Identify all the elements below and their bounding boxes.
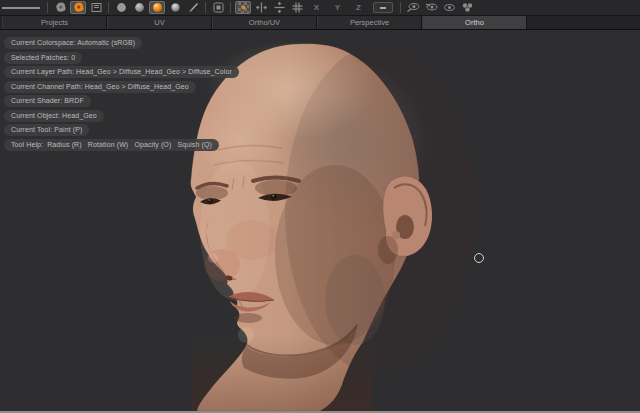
toolbar-separator <box>47 2 48 13</box>
projection-eye-icon-1 <box>406 1 420 14</box>
projection-eye-icon-3 <box>442 1 456 14</box>
basic-lighting-icon <box>133 1 146 14</box>
flat-lighting-button[interactable] <box>113 1 129 14</box>
tab-ortho-uv[interactable]: Ortho/UV <box>212 16 317 29</box>
tab-label: UV <box>154 18 164 27</box>
axis-y-button[interactable]: Y <box>329 1 346 14</box>
projection-eye-button-2[interactable] <box>423 1 439 14</box>
mirror-grid-button[interactable] <box>289 1 305 14</box>
basic-lighting-button[interactable] <box>131 1 147 14</box>
projection-panel-button[interactable] <box>88 1 104 14</box>
mirror-off-icon <box>237 1 250 14</box>
brush-cursor <box>474 253 484 263</box>
hud-shader: Current Shader: BRDF <box>4 95 91 107</box>
toolbar-drag-handle[interactable] <box>2 7 40 9</box>
full-lighting-button[interactable] <box>149 1 165 14</box>
projection-eye-button-3[interactable] <box>441 1 457 14</box>
tab-label: Perspective <box>350 18 389 27</box>
hud-tool: Current Tool: Paint (P) <box>4 124 89 136</box>
axis-x-button[interactable]: X <box>308 1 325 14</box>
toolbar-separator <box>400 2 401 13</box>
pen-button[interactable] <box>185 1 201 14</box>
tab-ortho[interactable]: Ortho <box>422 16 527 29</box>
tab-label: Ortho <box>465 18 484 27</box>
toolbar-separator <box>230 2 231 13</box>
mirror-y-button[interactable] <box>271 1 287 14</box>
petal-button[interactable] <box>459 1 475 14</box>
mirror-x-icon <box>255 1 268 14</box>
mirror-y-icon <box>273 1 286 14</box>
hud-channel-path: Current Channel Path: Head_Geo > Diffuse… <box>4 81 196 93</box>
tab-perspective[interactable]: Perspective <box>317 16 422 29</box>
axis-z-button[interactable]: Z <box>350 1 367 14</box>
dash-button[interactable] <box>373 2 393 13</box>
paint-tool-button[interactable] <box>52 1 68 14</box>
tab-uv[interactable]: UV <box>107 16 212 29</box>
toolbar-separator <box>205 2 206 13</box>
monitor-button[interactable] <box>210 1 226 14</box>
viewport-canvas[interactable]: Current Colorspace: Automatic (sRGB) Sel… <box>0 30 640 411</box>
projection-panel-icon <box>90 1 103 14</box>
hud-object: Current Object: Head_Geo <box>4 110 104 122</box>
monitor-icon <box>212 1 225 14</box>
full-lighting-icon <box>151 1 164 14</box>
tab-projects[interactable]: Projects <box>2 16 107 29</box>
hud-overlay: Current Colorspace: Automatic (sRGB) Sel… <box>4 37 239 153</box>
flat-lighting-icon <box>115 1 128 14</box>
paint-through-tool-button[interactable] <box>70 1 86 14</box>
main-toolbar: X Y Z <box>0 0 640 16</box>
toolbar-separator <box>108 2 109 13</box>
hud-tool-help: Tool Help: Radius (R) Rotation (W) Opaci… <box>4 139 219 151</box>
petal-icon <box>460 1 474 14</box>
shadow-lighting-icon <box>169 1 182 14</box>
tab-label: Ortho/UV <box>249 18 280 27</box>
tab-label: Projects <box>41 18 68 27</box>
shadow-lighting-button[interactable] <box>167 1 183 14</box>
dash-icon <box>380 7 386 9</box>
hud-layer-path: Current Layer Path: Head_Geo > Diffuse_H… <box>4 66 239 78</box>
hud-selected-patches: Selected Patches: 0 <box>4 52 82 64</box>
hud-colorspace: Current Colorspace: Automatic (sRGB) <box>4 37 142 49</box>
projection-eye-icon-2 <box>424 1 438 14</box>
paint-through-tool-icon <box>72 1 85 14</box>
tab-bar-filler <box>527 16 640 29</box>
paint-tool-icon <box>54 1 67 14</box>
mirror-off-button[interactable] <box>235 1 251 14</box>
pen-icon <box>187 1 200 14</box>
mirror-grid-icon <box>291 1 304 14</box>
viewport-tab-bar: Projects UV Ortho/UV Perspective Ortho <box>0 16 640 30</box>
mirror-x-button[interactable] <box>253 1 269 14</box>
projection-eye-button-1[interactable] <box>405 1 421 14</box>
